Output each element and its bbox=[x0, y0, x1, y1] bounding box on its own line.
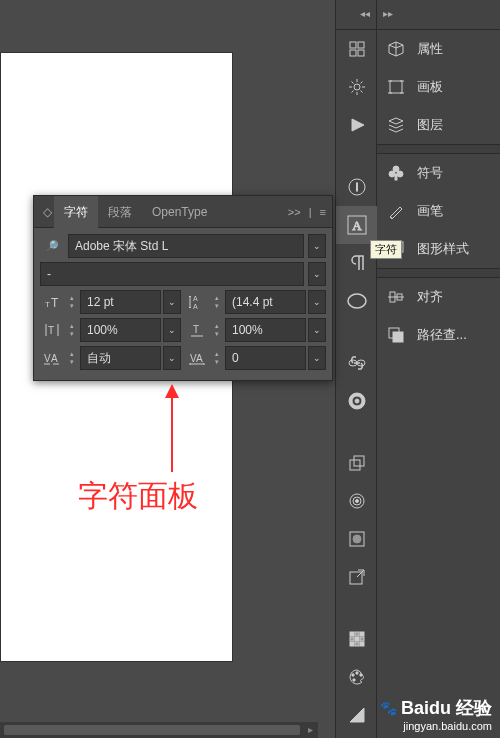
character-tooltip: 字符 bbox=[370, 240, 402, 259]
svg-text:A: A bbox=[193, 303, 198, 310]
panel-expand-button[interactable]: >> bbox=[288, 206, 301, 218]
info-icon[interactable]: i bbox=[336, 168, 378, 206]
properties-panel-button[interactable]: 属性 bbox=[377, 30, 500, 68]
export-icon[interactable] bbox=[336, 558, 378, 596]
svg-point-9 bbox=[348, 294, 366, 308]
tab-paragraph[interactable]: 段落 bbox=[98, 196, 142, 228]
panel-divider: | bbox=[309, 206, 312, 218]
panel-label: 符号 bbox=[417, 164, 443, 182]
opentype-icon[interactable] bbox=[336, 282, 378, 320]
tab-opentype[interactable]: OpenType bbox=[142, 196, 217, 228]
guides-icon[interactable] bbox=[336, 30, 378, 68]
search-icon: 🔎 bbox=[40, 234, 64, 258]
artboards-panel-button[interactable]: 画板 bbox=[377, 68, 500, 106]
horizontal-scrollbar[interactable]: ▸ bbox=[0, 722, 318, 738]
leading-stepper[interactable]: ▴▾ bbox=[211, 294, 223, 310]
h-scale-field[interactable]: 100% bbox=[225, 318, 306, 342]
font-family-field[interactable]: Adobe 宋体 Std L bbox=[68, 234, 304, 258]
svg-rect-16 bbox=[354, 456, 364, 466]
svg-rect-30 bbox=[355, 642, 359, 646]
collapse-icon[interactable]: ▸▸ bbox=[383, 8, 393, 19]
swatches-icon[interactable] bbox=[336, 620, 378, 658]
svg-text:i: i bbox=[356, 181, 358, 193]
links-icon[interactable] bbox=[336, 344, 378, 382]
font-size-stepper[interactable]: ▴▾ bbox=[66, 294, 78, 310]
svg-rect-25 bbox=[360, 632, 364, 636]
v-scale-stepper[interactable]: ▴▾ bbox=[66, 322, 78, 338]
play-icon[interactable] bbox=[336, 106, 378, 144]
color-guide-icon[interactable] bbox=[336, 696, 378, 734]
svg-rect-42 bbox=[390, 81, 402, 93]
cc-libraries-icon[interactable] bbox=[336, 382, 378, 420]
kerning-field[interactable]: 自动 bbox=[80, 346, 161, 370]
svg-point-49 bbox=[397, 171, 403, 177]
v-scale-dropdown[interactable]: ⌄ bbox=[163, 318, 181, 342]
svg-rect-50 bbox=[395, 174, 397, 180]
font-style-field[interactable]: - bbox=[40, 262, 304, 286]
svg-point-33 bbox=[356, 672, 358, 674]
svg-rect-3 bbox=[358, 50, 364, 56]
panel-label: 图层 bbox=[417, 116, 443, 134]
transform-icon[interactable] bbox=[336, 444, 378, 482]
svg-rect-31 bbox=[360, 642, 364, 646]
svg-rect-0 bbox=[350, 42, 356, 48]
leading-field[interactable]: (14.4 pt bbox=[225, 290, 306, 314]
svg-point-14 bbox=[355, 399, 359, 403]
svg-text:A: A bbox=[352, 218, 362, 233]
panel-label: 属性 bbox=[417, 40, 443, 58]
panel-menu-icon[interactable]: ≡ bbox=[320, 206, 326, 218]
character-icon[interactable]: A bbox=[336, 206, 378, 244]
h-scale-stepper[interactable]: ▴▾ bbox=[211, 322, 223, 338]
scrollbar-arrow-right[interactable]: ▸ bbox=[304, 724, 316, 736]
svg-rect-29 bbox=[350, 642, 354, 646]
svg-text:V: V bbox=[44, 353, 51, 364]
v-scale-field[interactable]: 100% bbox=[80, 318, 161, 342]
strip-header: ◂◂ bbox=[336, 0, 376, 30]
layers-panel-button[interactable]: 图层 bbox=[377, 106, 500, 144]
color-icon[interactable] bbox=[336, 658, 378, 696]
watermark-brand: Baidu 经验 bbox=[401, 696, 492, 720]
appearance-icon[interactable] bbox=[336, 482, 378, 520]
kerning-stepper[interactable]: ▴▾ bbox=[66, 350, 78, 366]
tracking-stepper[interactable]: ▴▾ bbox=[211, 350, 223, 366]
tab-character[interactable]: 字符 bbox=[54, 196, 98, 228]
brushes-panel-button[interactable]: 画笔 bbox=[377, 192, 500, 230]
panel-label: 路径查... bbox=[417, 326, 467, 344]
v-scale-icon: T bbox=[40, 318, 64, 342]
font-size-field[interactable]: 12 pt bbox=[80, 290, 161, 314]
svg-rect-15 bbox=[350, 460, 360, 470]
tracking-dropdown[interactable]: ⌄ bbox=[308, 346, 326, 370]
svg-rect-26 bbox=[350, 637, 354, 641]
svg-point-21 bbox=[353, 535, 361, 543]
tracking-icon: VA bbox=[185, 346, 209, 370]
panels-header: ▸▸ bbox=[377, 0, 500, 30]
align-panel-button[interactable]: 对齐 bbox=[377, 278, 500, 316]
font-size-dropdown[interactable]: ⌄ bbox=[163, 290, 181, 314]
svg-rect-24 bbox=[355, 632, 359, 636]
svg-text:T: T bbox=[48, 325, 54, 336]
font-style-dropdown[interactable]: ⌄ bbox=[308, 262, 326, 286]
symbols-panel-button[interactable]: 符号 bbox=[377, 154, 500, 192]
svg-text:A: A bbox=[51, 353, 58, 364]
cube-icon bbox=[385, 38, 407, 60]
character-panel: ◇ 字符 段落 OpenType >> | ≡ 🔎 Adobe 宋体 Std L… bbox=[33, 195, 333, 381]
svg-text:A: A bbox=[193, 295, 198, 302]
expand-icon[interactable]: ◂◂ bbox=[360, 8, 370, 19]
close-panel-icon[interactable]: ◇ bbox=[40, 205, 54, 219]
tracking-field[interactable]: 0 bbox=[225, 346, 306, 370]
watermark-url: jingyan.baidu.com bbox=[380, 720, 492, 732]
collapsed-panels-strip: ◂◂ i A bbox=[335, 0, 377, 738]
gear-icon[interactable] bbox=[336, 68, 378, 106]
svg-rect-23 bbox=[350, 632, 354, 636]
svg-rect-2 bbox=[350, 50, 356, 56]
kerning-dropdown[interactable]: ⌄ bbox=[163, 346, 181, 370]
layers-icon bbox=[385, 114, 407, 136]
club-icon bbox=[385, 162, 407, 184]
leading-dropdown[interactable]: ⌄ bbox=[308, 290, 326, 314]
font-family-dropdown[interactable]: ⌄ bbox=[308, 234, 326, 258]
h-scale-dropdown[interactable]: ⌄ bbox=[308, 318, 326, 342]
pathfinder-panel-button[interactable]: 路径查... bbox=[377, 316, 500, 354]
svg-point-4 bbox=[354, 84, 360, 90]
scrollbar-handle[interactable] bbox=[4, 725, 300, 735]
transparency-icon[interactable] bbox=[336, 520, 378, 558]
